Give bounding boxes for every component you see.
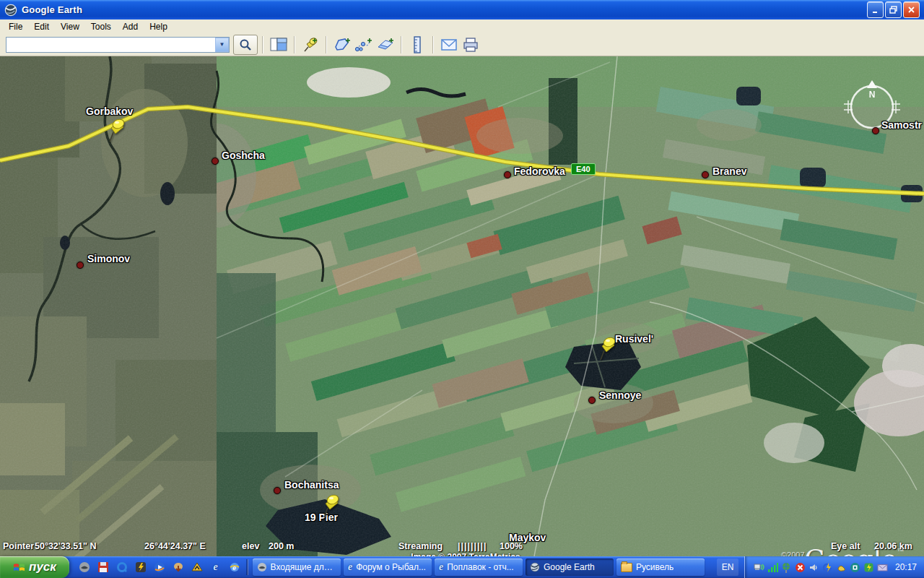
- menu-edit[interactable]: Edit: [28, 21, 55, 33]
- pointing-device-icon[interactable]: [836, 562, 847, 573]
- task-button-poplavok[interactable]: e Поплавок - отч...: [435, 558, 523, 576]
- pointer-label: Pointer: [3, 541, 34, 551]
- taskbar-divider: [246, 559, 248, 575]
- eye-alt-value: 20.06 km: [874, 541, 912, 551]
- map-label-goshcha[interactable]: Goshcha: [222, 150, 265, 161]
- satellite-imagery[interactable]: [0, 56, 924, 556]
- folder-icon: [621, 563, 632, 572]
- menu-tools[interactable]: Tools: [85, 21, 117, 33]
- email-button[interactable]: [438, 35, 460, 55]
- map-label-rusivel[interactable]: Rusivel': [615, 333, 653, 345]
- menu-add[interactable]: Add: [117, 21, 144, 33]
- maximize-button[interactable]: [885, 1, 902, 18]
- ruler-icon: [412, 36, 422, 53]
- search-button[interactable]: [233, 35, 258, 55]
- power-scheme-icon[interactable]: [822, 562, 833, 573]
- restore-icon: [889, 6, 897, 14]
- minimize-button[interactable]: [867, 1, 884, 18]
- map-label-sennoye[interactable]: Sennoye: [599, 389, 641, 401]
- taskbar: пуск e e Входящ: [0, 556, 924, 578]
- language-indicator[interactable]: EN: [717, 558, 738, 576]
- map-label-branev[interactable]: Branev: [712, 165, 746, 177]
- close-icon: [907, 6, 915, 14]
- placemark-dot-branev[interactable]: [702, 171, 709, 178]
- pushpin-19-pier[interactable]: [321, 494, 339, 519]
- placemark-dot-bochanitsa[interactable]: [274, 487, 281, 494]
- toolbar-separator: [432, 36, 434, 53]
- pushpin-gorbakov[interactable]: [106, 118, 125, 143]
- map-label-fedorovka[interactable]: Fedorovka: [514, 165, 565, 177]
- svg-text:e: e: [232, 564, 236, 571]
- close-button[interactable]: [903, 1, 920, 18]
- start-label: пуск: [29, 560, 56, 574]
- task-button-label: Google Earth: [544, 562, 595, 572]
- streaming-percent: 100%: [500, 541, 523, 551]
- search-dropdown-arrow[interactable]: ▼: [215, 38, 229, 52]
- task-button-google-earth[interactable]: Google Earth: [526, 558, 614, 576]
- internet-explorer-icon[interactable]: e: [209, 561, 222, 574]
- placemark-dot-fedorovka[interactable]: [504, 171, 511, 178]
- globe-tray-icon[interactable]: [781, 562, 792, 573]
- toolbar-separator: [401, 36, 402, 53]
- google-earth-icon: [530, 562, 540, 572]
- download-manager-icon[interactable]: [172, 561, 184, 574]
- menu-help[interactable]: Help: [144, 21, 173, 33]
- sidebar-panes-icon: [270, 38, 287, 52]
- pushpin-rusivel[interactable]: [597, 337, 616, 361]
- map-label-gorbakov[interactable]: Gorbakov: [86, 105, 133, 117]
- pointer-longitude: 26°44'24.37" E: [144, 541, 206, 551]
- map-viewport[interactable]: N Gorbakov Goshcha Simonov Fedorovka Bra…: [0, 56, 924, 556]
- placemark-dot-samostr[interactable]: [872, 127, 879, 134]
- toolbar-separator: [262, 36, 263, 53]
- new-mail-icon[interactable]: [877, 562, 888, 573]
- network-monitor-icon[interactable]: [754, 562, 764, 573]
- task-button-label: Поплавок - отч...: [447, 562, 513, 572]
- map-label-bochanitsa[interactable]: Bochanitsa: [284, 479, 339, 491]
- messenger-icon[interactable]: [850, 562, 860, 573]
- antivirus-alert-icon[interactable]: [795, 562, 806, 573]
- internet-explorer-alt-icon[interactable]: e: [228, 561, 240, 574]
- eye-alt-label: Eye alt: [831, 541, 860, 551]
- placemark-dot-simonov[interactable]: [77, 262, 84, 269]
- map-label-samostr[interactable]: Samostr: [881, 119, 922, 131]
- volume-icon[interactable]: [808, 562, 819, 573]
- add-placemark-pushpin-icon: [302, 37, 319, 53]
- elevation-value: 200 m: [269, 541, 294, 551]
- titlebar: Google Earth: [0, 0, 924, 20]
- media-player-icon[interactable]: [153, 561, 165, 574]
- add-path-button[interactable]: [353, 35, 375, 55]
- google-earth-logo-icon: [4, 4, 17, 17]
- task-button-forum[interactable]: e Форум о Рыбал...: [344, 558, 432, 576]
- quicktime-icon[interactable]: [116, 561, 128, 574]
- ruler-button[interactable]: [406, 35, 428, 55]
- battery-power-icon[interactable]: [863, 562, 874, 573]
- task-button-rusivel-folder[interactable]: Русивель: [616, 558, 705, 576]
- winamp-icon[interactable]: [134, 561, 147, 574]
- print-button[interactable]: [460, 35, 481, 55]
- desktop-screen: Google Earth File Edit View Tools Add: [0, 0, 924, 578]
- add-polygon-icon: [333, 37, 352, 53]
- add-polygon-button[interactable]: [331, 35, 353, 55]
- task-button-inbox[interactable]: Входящие для ...: [253, 558, 341, 576]
- road-badge-e40: E40: [571, 163, 596, 175]
- placemark-dot-sennoye[interactable]: [588, 397, 596, 404]
- signal-strength-icon[interactable]: [767, 562, 778, 573]
- floppy-disk-icon[interactable]: [97, 561, 109, 574]
- add-placemark-button[interactable]: [300, 35, 321, 55]
- menu-file[interactable]: File: [3, 21, 28, 33]
- start-button[interactable]: пуск: [0, 556, 69, 578]
- menu-view[interactable]: View: [55, 21, 85, 33]
- search-combobox[interactable]: ▼: [6, 37, 230, 53]
- placemark-dot-goshcha[interactable]: [212, 158, 219, 165]
- compass-north-label: N: [869, 90, 876, 100]
- show-sidebar-button[interactable]: [268, 35, 289, 55]
- streaming-progress-bars: |||||||||: [458, 541, 487, 551]
- flashget-icon[interactable]: [191, 561, 203, 574]
- compass-north-arrow-icon: [867, 80, 877, 88]
- taskbar-clock[interactable]: 20:17: [895, 562, 917, 572]
- search-input[interactable]: [6, 39, 215, 51]
- add-image-overlay-button[interactable]: [375, 35, 396, 55]
- map-label-simonov[interactable]: Simonov: [87, 253, 130, 264]
- quick-launch-bar: e e: [69, 561, 246, 574]
- mail-client-icon[interactable]: [78, 561, 90, 574]
